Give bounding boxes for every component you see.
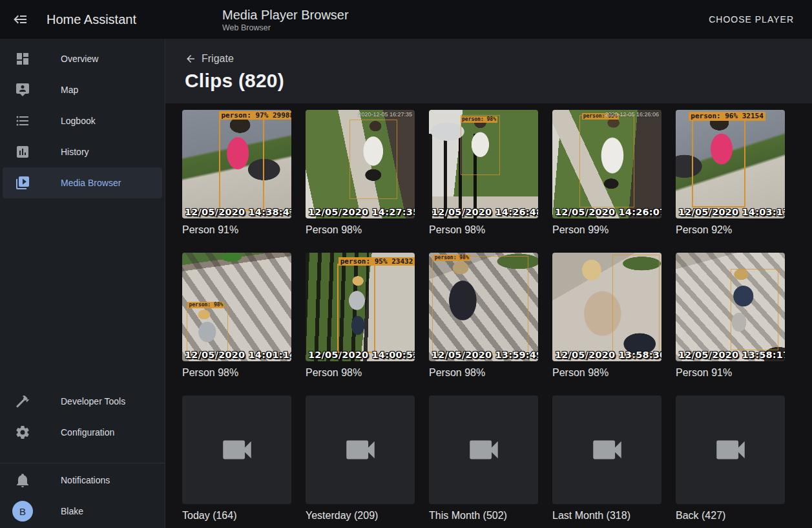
sidebar-item-history[interactable]: History xyxy=(3,136,162,167)
sidebar-item-label: Logbook xyxy=(61,116,96,126)
media-clip[interactable]: person: 98%12/05/2020 13:59:49Person 98% xyxy=(429,253,538,379)
page-heading: Clips (820) xyxy=(185,70,812,92)
clip-caption: Person 91% xyxy=(676,367,785,379)
video-camera-icon xyxy=(465,431,503,469)
breadcrumb-back-link[interactable]: Frigate xyxy=(185,53,234,65)
clip-timestamp: 12/05/2020 14:26:07 xyxy=(555,207,661,217)
media-clip[interactable]: person: 95% 2343212/05/2020 14:00:52Pers… xyxy=(306,253,415,379)
clip-thumbnail: person: 98%12/05/2020 13:59:49 xyxy=(429,253,538,361)
detection-label: person: 95% 23432 xyxy=(338,257,415,266)
top-app-bar: Home Assistant Media Player Browser Web … xyxy=(0,0,812,39)
detection-label: person: 98% xyxy=(433,255,470,261)
media-clip[interactable]: person: 99%2020-12-05 16:26:0612/05/2020… xyxy=(552,110,661,237)
detection-bounding-box xyxy=(349,120,397,199)
sidebar-divider xyxy=(0,463,165,463)
media-grid-container: person: 97% 2998812/05/2020 14:38:47Pers… xyxy=(165,103,812,528)
clip-caption: Person 98% xyxy=(429,367,538,379)
clip-caption: Person 99% xyxy=(552,224,661,237)
sidebar-nav: OverviewMapLogbookHistoryMedia Browser xyxy=(0,43,165,198)
sidebar-item-logbook[interactable]: Logbook xyxy=(3,105,162,136)
gear-icon xyxy=(15,425,30,440)
sidebar-footer-nav: Developer ToolsConfiguration xyxy=(0,386,165,448)
camera-overlay-timestamp: 2020-12-05 16:26:06 xyxy=(605,111,659,118)
folder-caption: Today (164) xyxy=(182,510,291,522)
sidebar-item-label: Notifications xyxy=(61,475,110,485)
media-folder[interactable]: Today (164) xyxy=(182,396,291,522)
sidebar-toggle-button[interactable] xyxy=(5,4,36,35)
folder-caption: This Month (502) xyxy=(429,510,538,522)
clip-caption: Person 92% xyxy=(676,224,785,237)
camera-overlay-timestamp: 2020-12-05 16:27:35 xyxy=(358,111,412,118)
choose-player-button[interactable]: CHOOSE PLAYER xyxy=(698,8,804,31)
clip-thumbnail: person: 98%12/05/2020 14:01:14 xyxy=(182,253,291,361)
video-camera-icon xyxy=(218,431,256,469)
clip-timestamp: 12/05/2020 14:26:48 xyxy=(432,207,538,217)
clip-thumbnail: person: 97% 2998812/05/2020 14:38:47 xyxy=(182,110,291,218)
clip-caption: Person 98% xyxy=(552,367,661,379)
detection-bounding-box xyxy=(579,115,634,207)
video-camera-icon xyxy=(342,431,379,469)
folder-thumbnail xyxy=(552,396,661,504)
sidebar: OverviewMapLogbookHistoryMedia Browser D… xyxy=(0,39,165,528)
detection-bounding-box xyxy=(187,306,228,355)
media-clip[interactable]: 12/05/2020 13:58:30Person 98% xyxy=(552,253,661,379)
avatar-slot: B xyxy=(12,501,33,522)
detection-bounding-box xyxy=(612,255,660,355)
media-clip[interactable]: person: 97% 2998812/05/2020 14:38:47Pers… xyxy=(182,110,291,237)
media-clip[interactable]: 12/05/2020 13:58:17Person 91% xyxy=(676,253,785,379)
media-clip[interactable]: person: 96% 3215412/05/2020 14:03:17Pers… xyxy=(676,110,785,237)
clip-thumbnail: person: 99%2020-12-05 16:26:0612/05/2020… xyxy=(552,110,661,218)
media-clip[interactable]: 2020-12-05 16:27:3512/05/2020 14:27:35Pe… xyxy=(306,110,415,237)
sidebar-item-media-browser[interactable]: Media Browser xyxy=(3,167,162,198)
clip-timestamp: 12/05/2020 13:59:49 xyxy=(432,350,538,360)
clip-thumbnail: person: 98%12/05/2020 14:26:48 xyxy=(429,110,538,218)
logbook-list-icon xyxy=(15,113,30,129)
detection-label: person: 98% xyxy=(187,302,224,308)
clip-thumbnail: 2020-12-05 16:27:3512/05/2020 14:27:35 xyxy=(306,110,415,218)
page-subtitle: Web Browser xyxy=(222,23,349,32)
folder-thumbnail xyxy=(182,396,291,504)
sidebar-item-label: History xyxy=(61,147,89,157)
detection-label: person: 96% 32154 xyxy=(689,112,765,121)
detection-bounding-box xyxy=(432,256,528,354)
video-camera-icon xyxy=(588,431,626,469)
media-folder[interactable]: This Month (502) xyxy=(429,396,538,522)
clip-caption: Person 98% xyxy=(306,224,415,237)
detection-bounding-box xyxy=(731,269,778,350)
folder-thumbnail xyxy=(306,396,415,504)
media-grid: person: 97% 2998812/05/2020 14:38:47Pers… xyxy=(182,110,812,522)
clip-timestamp: 12/05/2020 14:03:17 xyxy=(678,207,785,217)
sidebar-item-profile[interactable]: B Blake xyxy=(3,496,162,527)
user-name: Blake xyxy=(61,506,83,516)
folder-thumbnail xyxy=(676,396,785,504)
media-folder[interactable]: Last Month (318) xyxy=(552,396,661,522)
media-clip[interactable]: person: 98%12/05/2020 14:26:48Person 98% xyxy=(429,110,538,237)
clip-thumbnail: person: 96% 3215412/05/2020 14:03:17 xyxy=(676,110,785,218)
sidebar-item-label: Developer Tools xyxy=(61,396,125,407)
media-browser-header: Frigate Clips (820) xyxy=(165,39,812,103)
folder-caption: Back (427) xyxy=(676,510,785,522)
media-clip[interactable]: person: 98%12/05/2020 14:01:14Person 98% xyxy=(182,253,291,379)
media-browser-icon xyxy=(15,175,30,191)
media-folder[interactable]: Yesterday (209) xyxy=(306,396,415,522)
clip-timestamp: 12/05/2020 14:00:52 xyxy=(308,350,415,360)
map-account-icon xyxy=(15,82,30,98)
clip-thumbnail: person: 95% 2343212/05/2020 14:00:52 xyxy=(306,253,415,361)
arrow-left-icon xyxy=(185,53,196,65)
sidebar-item-map[interactable]: Map xyxy=(3,74,162,105)
bell-icon xyxy=(15,472,30,488)
sidebar-item-notifications[interactable]: Notifications xyxy=(3,465,162,496)
history-chart-icon xyxy=(15,144,30,160)
dashboard-icon xyxy=(15,51,30,67)
hammer-icon xyxy=(15,394,30,409)
sidebar-item-overview[interactable]: Overview xyxy=(3,43,162,74)
media-folder[interactable]: Back (427) xyxy=(676,396,785,522)
clip-timestamp: 12/05/2020 14:01:14 xyxy=(185,350,291,360)
clip-timestamp: 12/05/2020 13:58:17 xyxy=(678,350,785,360)
folder-caption: Last Month (318) xyxy=(552,510,661,522)
sidebar-item-developer-tools[interactable]: Developer Tools xyxy=(3,386,162,417)
clip-caption: Person 91% xyxy=(182,224,291,237)
sidebar-item-label: Media Browser xyxy=(61,178,121,188)
sidebar-item-label: Configuration xyxy=(61,427,114,438)
sidebar-item-configuration[interactable]: Configuration xyxy=(3,417,162,448)
